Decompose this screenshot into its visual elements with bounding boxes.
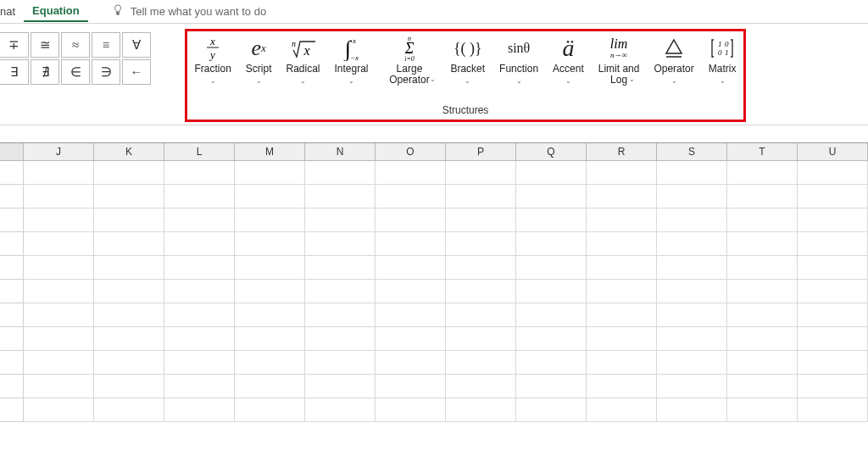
cell[interactable] <box>587 161 657 185</box>
column-header[interactable]: K <box>94 143 164 160</box>
cell[interactable] <box>164 280 235 303</box>
cell[interactable] <box>235 327 305 351</box>
cell[interactable] <box>798 398 868 422</box>
cell[interactable] <box>657 327 727 351</box>
cell[interactable] <box>376 185 446 209</box>
row-header[interactable] <box>0 232 24 256</box>
cell[interactable] <box>798 161 868 185</box>
cell[interactable] <box>657 209 727 232</box>
cell[interactable] <box>798 327 868 351</box>
cell[interactable] <box>516 232 587 256</box>
cell[interactable] <box>657 280 727 303</box>
cell[interactable] <box>305 398 376 422</box>
symbol-btn[interactable]: ∃ <box>0 59 29 85</box>
cell[interactable] <box>305 280 376 303</box>
cell[interactable] <box>94 375 164 398</box>
cell[interactable] <box>516 161 587 185</box>
cell[interactable] <box>235 209 305 232</box>
cell[interactable] <box>164 327 235 351</box>
row-header[interactable] <box>0 398 24 422</box>
cell[interactable] <box>376 398 446 422</box>
limit-log-button[interactable]: limn→∞ Limit and Log ⌄ <box>597 35 642 83</box>
cell[interactable] <box>235 303 305 327</box>
cell[interactable] <box>727 351 798 375</box>
cell[interactable] <box>798 351 868 375</box>
radical-button[interactable]: nx Radical ⌄ <box>284 35 321 85</box>
column-header[interactable]: Q <box>516 143 587 160</box>
cell[interactable] <box>516 185 587 209</box>
cell[interactable] <box>446 185 516 209</box>
cell[interactable] <box>727 185 798 209</box>
cell[interactable] <box>376 280 446 303</box>
cell[interactable] <box>305 303 376 327</box>
cell[interactable] <box>516 280 587 303</box>
cell[interactable] <box>24 185 94 209</box>
cell[interactable] <box>305 232 376 256</box>
cell[interactable] <box>587 375 657 398</box>
cell[interactable] <box>587 327 657 351</box>
cell[interactable] <box>446 375 516 398</box>
integral-button[interactable]: ∫x−x Integral ⌄ <box>332 35 370 85</box>
cell[interactable] <box>516 303 587 327</box>
cell[interactable] <box>587 351 657 375</box>
cell[interactable] <box>305 185 376 209</box>
cell[interactable] <box>657 398 727 422</box>
cell[interactable] <box>587 232 657 256</box>
column-header[interactable]: O <box>376 143 446 160</box>
cell[interactable] <box>94 303 164 327</box>
cell[interactable] <box>727 303 798 327</box>
cell[interactable] <box>727 209 798 232</box>
function-button[interactable]: sinθ Function ⌄ <box>498 35 540 85</box>
cell[interactable] <box>446 209 516 232</box>
row-header[interactable] <box>0 256 24 280</box>
column-header[interactable]: R <box>587 143 657 160</box>
cell[interactable] <box>24 209 94 232</box>
row-header[interactable] <box>0 375 24 398</box>
symbol-btn[interactable]: ← <box>122 59 151 85</box>
cell[interactable] <box>235 232 305 256</box>
column-header[interactable]: U <box>798 143 868 160</box>
row-header[interactable] <box>0 351 24 375</box>
cell[interactable] <box>376 232 446 256</box>
cell[interactable] <box>446 327 516 351</box>
cell[interactable] <box>235 351 305 375</box>
cell[interactable] <box>164 185 235 209</box>
cell[interactable] <box>305 375 376 398</box>
column-header[interactable]: N <box>305 143 376 160</box>
symbol-btn[interactable]: ∈ <box>61 59 90 85</box>
cell[interactable] <box>376 351 446 375</box>
cell[interactable] <box>305 256 376 280</box>
cell[interactable] <box>24 351 94 375</box>
cell[interactable] <box>587 256 657 280</box>
cell[interactable] <box>657 351 727 375</box>
cell[interactable] <box>24 327 94 351</box>
row-header[interactable] <box>0 209 24 232</box>
cell[interactable] <box>727 280 798 303</box>
cell[interactable] <box>94 398 164 422</box>
cell[interactable] <box>376 327 446 351</box>
column-header[interactable]: P <box>446 143 516 160</box>
cell[interactable] <box>94 327 164 351</box>
cell[interactable] <box>798 303 868 327</box>
cell[interactable] <box>305 209 376 232</box>
cell[interactable] <box>235 280 305 303</box>
cell[interactable] <box>305 327 376 351</box>
cell[interactable] <box>94 209 164 232</box>
cell[interactable] <box>727 161 798 185</box>
cell[interactable] <box>587 185 657 209</box>
cell[interactable] <box>94 161 164 185</box>
column-header[interactable]: M <box>235 143 305 160</box>
row-header[interactable] <box>0 303 24 327</box>
cell[interactable] <box>516 375 587 398</box>
large-operator-button[interactable]: nΣi=0 Large Operator ⌄ <box>381 35 437 83</box>
cell[interactable] <box>94 280 164 303</box>
bracket-button[interactable]: {( )} Bracket ⌄ <box>448 35 487 85</box>
cell[interactable] <box>235 256 305 280</box>
tell-me-search[interactable]: Tell me what you want to do <box>112 4 266 19</box>
cell[interactable] <box>587 303 657 327</box>
symbol-btn[interactable]: ∓ <box>0 32 29 58</box>
cell[interactable] <box>24 303 94 327</box>
cell[interactable] <box>516 398 587 422</box>
column-header[interactable]: T <box>727 143 798 160</box>
cell[interactable] <box>164 256 235 280</box>
